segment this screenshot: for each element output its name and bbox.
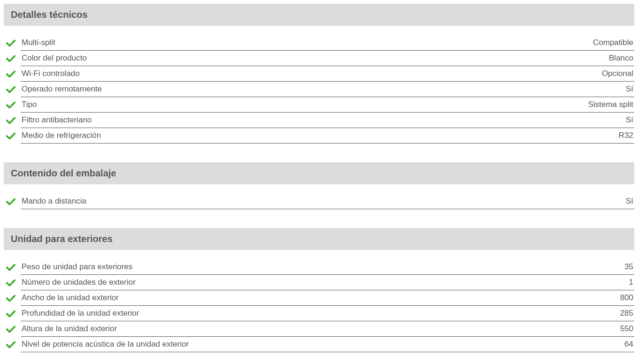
check-icon (4, 131, 21, 141)
check-icon (4, 309, 21, 319)
check-icon (4, 278, 21, 288)
spec-value: Sistema split (588, 100, 633, 109)
check-icon (4, 293, 21, 303)
spec-row: Número de unidades de exterior1 (4, 275, 634, 290)
spec-row: Multi-splitCompatible (4, 35, 634, 51)
check-icon (4, 324, 21, 334)
spec-row: Nivel de potencia acústica de la unidad … (4, 337, 634, 352)
spec-value: R32 (619, 131, 633, 140)
spec-label: Ancho de la unidad exterior (22, 293, 119, 303)
spec-line: Filtro antibacterianoSí (21, 113, 634, 128)
spec-label: Nivel de potencia acústica de la unidad … (22, 340, 189, 349)
section-header: Unidad para exteriores (4, 228, 634, 250)
spec-label: Wi-Fi controlado (22, 69, 80, 78)
spec-label: Filtro antibacteriano (22, 115, 92, 125)
spec-value: Opcional (602, 69, 633, 78)
spec-value: Blanco (609, 53, 633, 63)
spec-label: Número de unidades de exterior (22, 278, 136, 287)
spec-value: 285 (620, 309, 633, 318)
spec-row: Wi-Fi controladoOpcional (4, 66, 634, 82)
spec-line: Multi-splitCompatible (21, 35, 634, 51)
spec-value: Sí (626, 84, 633, 94)
spec-section: Unidad para exterioresPeso de unidad par… (4, 228, 634, 352)
spec-line: Color del productoBlanco (21, 51, 634, 66)
spec-row: Color del productoBlanco (4, 51, 634, 66)
spec-row: Ancho de la unidad exterior800 (4, 290, 634, 306)
spec-row: Medio de refrigeraciónR32 (4, 128, 634, 144)
spec-value: Sí (626, 197, 633, 206)
spec-value: Compatible (593, 38, 633, 47)
spec-line: Número de unidades de exterior1 (21, 275, 634, 290)
spec-label: Altura de la unidad exterior (22, 324, 117, 334)
spec-row: Profundidad de la unidad exterior285 (4, 306, 634, 321)
check-icon (4, 53, 21, 64)
spec-label: Mando a distancia (22, 197, 86, 206)
spec-label: Tipo (22, 100, 37, 109)
spec-label: Color del producto (22, 53, 87, 63)
spec-row: Filtro antibacterianoSí (4, 113, 634, 128)
spec-value: Sí (626, 115, 633, 125)
spec-line: Medio de refrigeraciónR32 (21, 128, 634, 144)
spec-row: TipoSistema split (4, 97, 634, 113)
spec-row: Mando a distanciaSí (4, 194, 634, 209)
spec-line: Wi-Fi controladoOpcional (21, 66, 634, 82)
check-icon (4, 38, 21, 48)
spec-line: Ancho de la unidad exterior800 (21, 290, 634, 306)
spec-row: Altura de la unidad exterior550 (4, 321, 634, 337)
spec-label: Multi-split (22, 38, 55, 47)
section-header: Contenido del embalaje (4, 162, 634, 184)
spec-line: Operado remotamenteSí (21, 82, 634, 97)
spec-line: Mando a distanciaSí (21, 194, 634, 209)
spec-label: Operado remotamente (22, 84, 102, 94)
spec-line: Nivel de potencia acústica de la unidad … (21, 337, 634, 352)
check-icon (4, 262, 21, 273)
check-icon (4, 84, 21, 95)
section-header: Detalles técnicos (4, 4, 634, 26)
spec-value: 550 (620, 324, 633, 334)
check-icon (4, 115, 21, 126)
spec-section: Detalles técnicosMulti-splitCompatibleCo… (4, 4, 634, 144)
spec-line: Peso de unidad para exteriores35 (21, 259, 634, 275)
spec-line: Profundidad de la unidad exterior285 (21, 306, 634, 321)
spec-row: Operado remotamenteSí (4, 82, 634, 97)
spec-label: Profundidad de la unidad exterior (22, 309, 139, 318)
spec-row: Peso de unidad para exteriores35 (4, 259, 634, 275)
spec-label: Medio de refrigeración (22, 131, 101, 140)
spec-value: 1 (629, 278, 633, 287)
spec-label: Peso de unidad para exteriores (22, 262, 132, 272)
check-icon (4, 100, 21, 110)
spec-value: 35 (624, 262, 633, 272)
check-icon (4, 69, 21, 79)
check-icon (4, 340, 21, 350)
spec-sheet: Detalles técnicosMulti-splitCompatibleCo… (4, 4, 634, 352)
spec-value: 64 (624, 340, 633, 349)
spec-section: Contenido del embalajeMando a distanciaS… (4, 162, 634, 209)
spec-line: TipoSistema split (21, 97, 634, 113)
spec-line: Altura de la unidad exterior550 (21, 321, 634, 337)
check-icon (4, 197, 21, 207)
spec-value: 800 (620, 293, 633, 303)
